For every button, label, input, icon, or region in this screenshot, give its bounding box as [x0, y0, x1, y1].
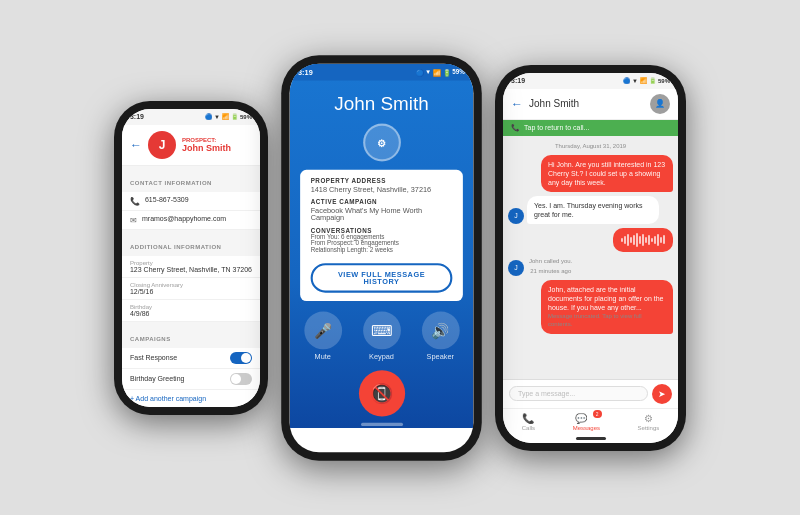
- sent-message-2: John, attached are the initial documents…: [541, 280, 673, 334]
- recv-message-1: Yes. I am. Thursday evening works great …: [527, 196, 659, 224]
- campaign-1-row: Fast Response: [122, 348, 260, 369]
- messages-avatar: 👤: [650, 94, 670, 114]
- property-row: Property 123 Cherry Street, Nashville, T…: [122, 256, 260, 278]
- messages-area: Thursday, August 31, 2019 Hi John. Are y…: [503, 136, 678, 379]
- info-card: PROPERTY ADDRESS 1418 Cherry Street, Nas…: [300, 169, 463, 300]
- send-button[interactable]: ➤: [652, 384, 672, 404]
- nav-settings[interactable]: ⚙ Settings: [638, 413, 660, 431]
- waveform: [621, 233, 665, 247]
- campaign-2-toggle[interactable]: [230, 373, 252, 385]
- contact-header: ← J PROSPECT: John Smith: [122, 125, 260, 166]
- back-arrow-icon[interactable]: ←: [130, 138, 142, 152]
- recv-message-1-row: J Yes. I am. Thursday evening works grea…: [508, 196, 673, 224]
- campaign-2-row: Birthday Greeting: [122, 369, 260, 390]
- home-indicator: [361, 422, 403, 425]
- nav-calls[interactable]: 📞 Calls: [522, 413, 535, 431]
- contact-section: CONTACT INFORMATION: [122, 166, 260, 192]
- time-2: 3:19: [298, 68, 313, 75]
- call-contact-name: John Smith: [334, 93, 429, 115]
- time-1: 3:19: [130, 113, 144, 120]
- recv-avatar-1: J: [508, 208, 524, 224]
- bottom-nav: 📞 Calls 💬 2 Messages ⚙ Settings: [503, 408, 678, 435]
- contact-name: John Smith: [182, 143, 231, 153]
- time-3: 3:19: [511, 77, 525, 84]
- sent-message-1: Hi John. Are you still interested in 123…: [541, 155, 673, 192]
- status-bar-2: 3:19 🔵▼📶🔋 59%: [290, 63, 474, 80]
- calls-icon: 📞: [522, 413, 534, 424]
- system-message-row: J John called you. 21 minutes ago: [508, 256, 673, 276]
- date-label: Thursday, August 31, 2019: [508, 143, 673, 149]
- messages-back-icon[interactable]: ←: [511, 97, 523, 111]
- message-input-bar: Type a message... ➤: [503, 379, 678, 408]
- end-call-button[interactable]: 📵: [358, 370, 404, 416]
- phone-2: 3:19 🔵▼📶🔋 59% John Smith ⚙ PROPERTY: [281, 55, 482, 460]
- phone-icon-banner: 📞: [511, 124, 520, 132]
- additional-section: ADDITIONAL INFORMATION: [122, 230, 260, 256]
- phone-icon: 📞: [130, 197, 140, 206]
- campaigns-section: CAMPAIGNS: [122, 322, 260, 348]
- campaign-1-toggle[interactable]: [230, 352, 252, 364]
- email-icon: ✉: [130, 216, 137, 225]
- call-banner[interactable]: 📞 Tap to return to call...: [503, 120, 678, 136]
- nav-messages[interactable]: 💬 2 Messages: [573, 413, 600, 431]
- recv-avatar-2: J: [508, 260, 524, 276]
- email-row: ✉ mramos@happyhome.com: [122, 211, 260, 230]
- messages-badge: 2: [593, 410, 602, 418]
- phone-3: 3:19 🔵▼📶🔋 59% ← John Smith 👤 📞 Tap to re…: [495, 65, 686, 451]
- keypad-button[interactable]: ⌨ Keypad: [363, 311, 401, 359]
- speaker-button[interactable]: 🔊 Speaker: [421, 311, 459, 359]
- view-history-button[interactable]: VIEW FULL MESSAGE HISTORY: [311, 263, 453, 292]
- messages-icon: 💬: [575, 413, 587, 424]
- time-ago: 21 minutes ago: [527, 266, 574, 276]
- avatar: J: [148, 131, 176, 159]
- call-controls: 🎤 Mute ⌨ Keypad 🔊 Speaker: [304, 311, 459, 359]
- phone-row: 📞 615-867-5309: [122, 192, 260, 211]
- birthday-row: Birthday 4/9/86: [122, 300, 260, 322]
- add-campaign-button[interactable]: + Add another campaign: [122, 390, 260, 407]
- voice-message: [613, 228, 673, 252]
- settings-icon: ⚙: [644, 413, 653, 424]
- status-bar-1: 3:19 🔵 ▼ 📶 🔋 59%: [122, 109, 260, 125]
- closing-row: Closing Anniversary 12/5/16: [122, 278, 260, 300]
- messages-contact-name: John Smith: [529, 98, 644, 109]
- home-bar: [503, 435, 678, 443]
- phone-1: 3:19 🔵 ▼ 📶 🔋 59% ← J: [114, 101, 268, 415]
- mute-button[interactable]: 🎤 Mute: [304, 311, 342, 359]
- message-input[interactable]: Type a message...: [509, 386, 648, 401]
- status-bar-3: 3:19 🔵▼📶🔋 59%: [503, 73, 678, 89]
- system-message: John called you.: [527, 256, 574, 266]
- app-logo: ⚙: [363, 123, 401, 161]
- messages-header: ← John Smith 👤: [503, 89, 678, 120]
